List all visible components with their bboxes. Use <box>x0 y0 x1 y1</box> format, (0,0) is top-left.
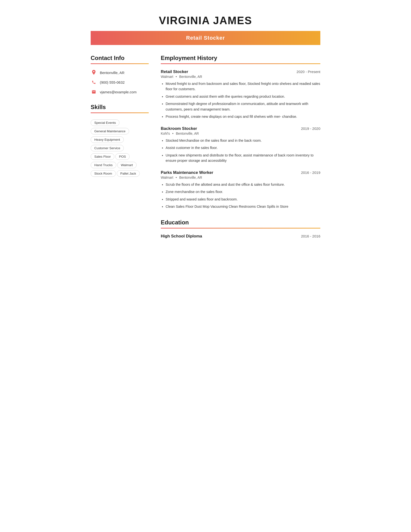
email-text: vjames@example.com <box>100 90 137 94</box>
bullet-item: Moved freight to and from backroom and s… <box>166 81 320 92</box>
job-company: Walmart • Bentonville, AR <box>161 75 320 79</box>
job-dates: 2019 - 2020 <box>301 126 320 131</box>
location-text: Bentonville, AR <box>100 71 124 75</box>
bullet-item: Stripped and waxed sales floor and backr… <box>166 197 320 202</box>
job-header: Retail Stocker2020 - Present <box>161 69 320 74</box>
skills-divider <box>91 113 149 113</box>
bullet-item: Clean Sales Floor Dust Mop Vacuuming Cle… <box>166 204 320 209</box>
email-icon <box>91 89 97 95</box>
bullet-item: Greet customers and assist them with the… <box>166 94 320 99</box>
right-column: Employment History Retail Stocker2020 - … <box>161 55 320 239</box>
edu-block: High School Diploma2016 - 2016 <box>161 234 320 239</box>
bullet-item: Assist customer in the sales floor. <box>166 145 320 150</box>
contact-section: Contact Info Bentonville, AR <box>91 55 149 95</box>
job-block: Backroom Stocker2019 - 2020Kohl's • Bent… <box>161 126 320 163</box>
edu-container: High School Diploma2016 - 2016 <box>161 234 320 239</box>
bullet-item: Demonstrated high degree of professional… <box>166 101 320 112</box>
skill-tag: General Maintenance <box>91 128 129 134</box>
contact-location: Bentonville, AR <box>91 69 149 76</box>
job-bullets: Stocked Merchandise on the sales floor a… <box>161 138 320 163</box>
sidebar: Contact Info Bentonville, AR <box>91 55 149 239</box>
job-title: Parks Maintenance Worker <box>161 170 213 175</box>
bullet-item: Zone merchandise on the sales floor. <box>166 189 320 194</box>
contact-phone: (900) 555-0632 <box>91 79 149 85</box>
skill-tag: Pallet Jack <box>117 170 140 177</box>
job-title-header: Retail Stocker <box>186 35 225 41</box>
employment-section: Employment History Retail Stocker2020 - … <box>161 55 320 209</box>
job-company: Walmart • Bentonville, AR <box>161 176 320 180</box>
job-block: Retail Stocker2020 - PresentWalmart • Be… <box>161 69 320 119</box>
edu-dates: 2016 - 2016 <box>301 234 320 238</box>
skills-heading: Skills <box>91 104 149 111</box>
employment-divider <box>161 63 320 64</box>
job-block: Parks Maintenance Worker2016 - 2019Walma… <box>161 170 320 209</box>
phone-text: (900) 555-0632 <box>100 80 125 84</box>
resume-name: VIRGINIA JAMES <box>91 15 320 27</box>
bullet-item: Stocked Merchandise on the sales floor a… <box>166 138 320 143</box>
skills-section: Skills Special EventsGeneral Maintenance… <box>91 104 149 178</box>
dot: • <box>176 176 177 180</box>
dot: • <box>176 75 177 79</box>
skill-tag: Special Events <box>91 119 120 126</box>
skills-list: Special EventsGeneral MaintenanceHeavy E… <box>91 118 149 178</box>
skill-tag: Stock Room <box>91 170 116 177</box>
header-bar: Retail Stocker <box>91 31 320 45</box>
education-section: Education High School Diploma2016 - 2016 <box>161 219 320 239</box>
skill-tag: Customer Service <box>91 145 124 151</box>
jobs-container: Retail Stocker2020 - PresentWalmart • Be… <box>161 69 320 209</box>
job-company: Kohl's • Bentonville, AR <box>161 132 320 135</box>
contact-heading: Contact Info <box>91 55 149 61</box>
education-heading: Education <box>161 219 320 226</box>
job-bullets: Scrub the floors of the allotted area an… <box>161 182 320 209</box>
job-title: Retail Stocker <box>161 69 188 74</box>
bullet-item: Unpack new shipments and distribute to t… <box>166 152 320 163</box>
job-title: Backroom Stocker <box>161 126 197 131</box>
location-icon <box>91 69 97 76</box>
skill-tag: POS <box>115 153 130 160</box>
job-dates: 2016 - 2019 <box>301 171 320 175</box>
dot: • <box>172 132 174 135</box>
employment-heading: Employment History <box>161 55 320 61</box>
job-bullets: Moved freight to and from backroom and s… <box>161 81 320 119</box>
skill-tag: Sales Floor <box>91 153 114 160</box>
skill-tag: Hand Trucks <box>91 162 116 168</box>
job-header: Backroom Stocker2019 - 2020 <box>161 126 320 131</box>
bullet-item: Scrub the floors of the allotted area an… <box>166 182 320 187</box>
phone-icon <box>91 79 97 85</box>
job-dates: 2020 - Present <box>297 70 320 74</box>
contact-email: vjames@example.com <box>91 89 149 95</box>
contact-divider <box>91 63 149 64</box>
skill-tag: Walmart <box>117 162 137 168</box>
edu-degree: High School Diploma <box>161 234 202 239</box>
bullet-item: Process freight, create new displays on … <box>166 114 320 119</box>
skill-tag: Heavy Equipment <box>91 136 124 143</box>
education-divider <box>161 228 320 228</box>
job-header: Parks Maintenance Worker2016 - 2019 <box>161 170 320 175</box>
